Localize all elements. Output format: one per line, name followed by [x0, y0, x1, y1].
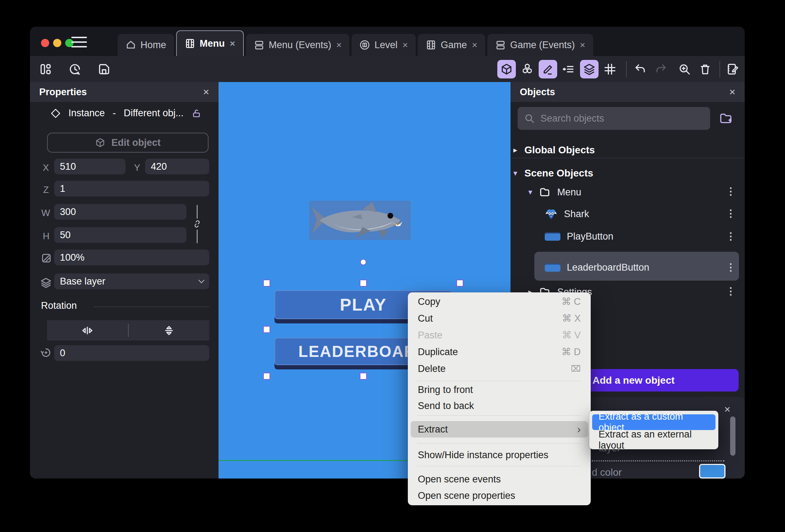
- row-menu-kebab-icon[interactable]: ⋮: [726, 185, 736, 197]
- row-settings-kebab-icon[interactable]: ⋮: [726, 285, 736, 297]
- menu-item-bring-to-front[interactable]: Bring to front: [408, 382, 591, 398]
- project-manager-icon[interactable]: [36, 60, 55, 78]
- instances-cubes-icon[interactable]: [518, 60, 537, 78]
- menu-item-copy[interactable]: Copy ⌘ C: [408, 293, 591, 310]
- row-play-button-kebab-icon[interactable]: ⋮: [726, 230, 736, 242]
- menu-item-label: Extract: [418, 424, 448, 435]
- toolbar-separator: [719, 61, 720, 77]
- add-folder-icon[interactable]: [719, 111, 733, 126]
- selection-handle-top-left[interactable]: [263, 280, 270, 287]
- objects-close-icon[interactable]: ×: [729, 86, 735, 98]
- tab-close-icon[interactable]: ×: [336, 40, 342, 51]
- tab-label: Menu (Events): [269, 40, 332, 51]
- zoom-in-icon[interactable]: [675, 60, 694, 78]
- menu-item-open-scene-events[interactable]: Open scene events: [408, 471, 591, 487]
- flip-horizontal-button[interactable]: [47, 320, 128, 341]
- undo-icon[interactable]: [631, 60, 650, 78]
- y-field[interactable]: [145, 159, 209, 174]
- tab-close-icon[interactable]: ×: [402, 40, 408, 51]
- selection-rotate-handle[interactable]: [360, 259, 366, 265]
- grid-icon[interactable]: [601, 60, 619, 78]
- x-field-label: X: [43, 162, 49, 173]
- main-menu-hamburger-icon[interactable]: [71, 37, 87, 47]
- edit-pencil-icon[interactable]: [539, 60, 557, 78]
- traffic-light-minimize-button[interactable]: [53, 39, 61, 47]
- tab-close-icon[interactable]: ×: [580, 40, 585, 51]
- menu-item-extract[interactable]: Extract ›: [411, 421, 588, 438]
- tab-close-icon[interactable]: ×: [230, 38, 235, 49]
- menu-item-cut[interactable]: Cut ⌘ X: [408, 310, 591, 327]
- h-field[interactable]: [54, 227, 186, 243]
- tree-row-menu-folder[interactable]: ▾ Menu: [528, 186, 581, 198]
- unlock-icon[interactable]: [191, 108, 201, 118]
- tab-menu-events[interactable]: Menu (Events) ×: [246, 34, 350, 56]
- tab-close-icon[interactable]: ×: [472, 40, 477, 51]
- menu-item-label: Open scene events: [418, 474, 501, 485]
- save-icon[interactable]: [95, 60, 113, 78]
- layers-panel-icon[interactable]: [580, 60, 599, 78]
- selection-handle-bottom-left[interactable]: [263, 373, 270, 380]
- menu-item-label: Send to back: [418, 400, 474, 411]
- edit-object-button[interactable]: Edit object: [47, 133, 209, 153]
- search-objects-input[interactable]: [540, 113, 704, 124]
- submenu-item-extract-custom-object[interactable]: Extract as a custom object: [592, 414, 715, 430]
- menu-item-delete[interactable]: Delete ⌧: [408, 360, 591, 377]
- edit-scene-properties-icon[interactable]: [723, 60, 742, 78]
- search-icon: [524, 113, 535, 124]
- expander-expanded-icon: ▾: [528, 188, 532, 197]
- x-field[interactable]: [54, 159, 125, 174]
- z-field[interactable]: [54, 181, 209, 196]
- shortcut-label: ⌘ D: [561, 346, 581, 358]
- rotation-angle-icon: [40, 347, 52, 359]
- row-shark-kebab-icon[interactable]: ⋮: [726, 208, 736, 219]
- w-field[interactable]: [54, 204, 186, 220]
- selection-handle-middle-left[interactable]: [263, 326, 270, 333]
- search-objects-box[interactable]: [518, 107, 710, 130]
- tab-game[interactable]: Game ×: [418, 34, 485, 56]
- tree-label: LeaderboardButton: [567, 262, 649, 273]
- subpanel-scrollbar[interactable]: [730, 416, 735, 456]
- aspect-ratio-link-icon[interactable]: [192, 219, 202, 229]
- expander-collapsed-icon: ▸: [513, 145, 517, 155]
- level-scene-icon: [359, 40, 370, 50]
- menu-item-paste: Paste ⌘ V: [408, 327, 591, 343]
- object-mode-icon[interactable]: [497, 60, 516, 78]
- add-new-object-label: Add a new object: [592, 375, 674, 386]
- tree-row-shark[interactable]: Shark: [545, 208, 589, 220]
- menu-item-send-to-back[interactable]: Send to back: [408, 398, 591, 414]
- properties-panel-header: Properties ×: [30, 82, 219, 102]
- global-objects-row[interactable]: ▸ Global Objects: [513, 144, 595, 156]
- tree-row-play-button[interactable]: PlayButton: [545, 231, 614, 242]
- trash-icon[interactable]: [696, 60, 714, 78]
- play-button-thumbnail: [545, 232, 560, 241]
- tree-row-leaderboard-button[interactable]: LeaderboardButton: [545, 262, 649, 273]
- tab-level[interactable]: Level ×: [352, 34, 416, 56]
- layers-subpanel-close-icon[interactable]: ×: [724, 403, 730, 415]
- properties-close-icon[interactable]: ×: [203, 86, 209, 98]
- tab-label: Home: [140, 40, 166, 51]
- layer-select[interactable]: Base layer: [54, 273, 209, 289]
- flip-vertical-button[interactable]: [129, 320, 210, 341]
- selection-handle-top-right[interactable]: [456, 280, 463, 287]
- shark-sprite[interactable]: [309, 201, 411, 240]
- history-icon[interactable]: [66, 60, 84, 78]
- traffic-light-close-button[interactable]: [41, 39, 49, 47]
- redo-icon[interactable]: [652, 60, 670, 78]
- selection-handle-bottom-middle[interactable]: [360, 373, 367, 380]
- menu-item-duplicate[interactable]: Duplicate ⌘ D: [408, 344, 591, 360]
- tab-game-events[interactable]: Game (Events) ×: [487, 34, 593, 56]
- background-color-swatch[interactable]: [699, 464, 725, 479]
- menu-item-open-scene-properties[interactable]: Open scene properties: [408, 487, 591, 504]
- instance-properties-list-icon[interactable]: [559, 60, 578, 78]
- scene-objects-row[interactable]: ▾ Scene Objects: [513, 168, 593, 179]
- opacity-field[interactable]: [54, 250, 209, 265]
- menu-item-show-hide-instance-properties[interactable]: Show/Hide instance properties: [408, 447, 591, 463]
- tab-label: Menu: [200, 38, 225, 49]
- rotation-angle-field[interactable]: [54, 345, 209, 361]
- row-leaderboard-button-kebab-icon[interactable]: ⋮: [726, 261, 736, 273]
- tab-menu[interactable]: Menu ×: [176, 30, 244, 56]
- selection-handle-top-middle[interactable]: [360, 280, 367, 287]
- tab-label: Game (Events): [510, 40, 575, 51]
- tab-home[interactable]: Home: [118, 34, 174, 56]
- submenu-item-extract-external-layout[interactable]: Extract as an external layout: [599, 432, 718, 448]
